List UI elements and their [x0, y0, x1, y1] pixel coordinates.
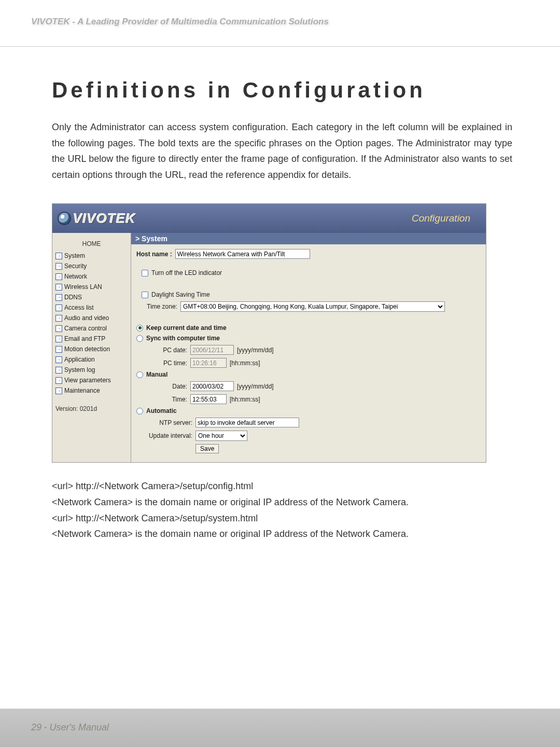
pc-time-input [190, 358, 227, 368]
update-interval-label: Update interval: [146, 433, 192, 439]
dst-label: Daylight Saving Time [151, 291, 210, 298]
sidebar-item-label: Application [64, 356, 95, 363]
version-label: Version: 0201d [52, 396, 131, 425]
logo: VIVOTEK [58, 211, 136, 227]
sidebar-item-camera-control[interactable]: →Camera control [52, 323, 131, 334]
arrow-icon: → [55, 356, 62, 363]
dst-checkbox[interactable] [142, 292, 148, 298]
led-checkbox[interactable] [142, 270, 148, 276]
keep-label: Keep current date and time [146, 324, 227, 331]
sidebar-item-label: Audio and video [64, 314, 109, 322]
page-header: VIVOTEK - A Leading Provider of Multimed… [0, 0, 560, 47]
footer-separator: - [44, 722, 49, 732]
footer-page-number: 29 [31, 722, 41, 732]
arrow-icon: → [55, 377, 62, 384]
sidebar-item-access-list[interactable]: →Access list [52, 302, 131, 313]
app-header: VIVOTEK Configuration [52, 204, 486, 233]
system-form: Host name : Turn off the LED indicator D… [131, 244, 486, 462]
sidebar-item-label: DDNS [64, 294, 82, 301]
sync-label: Sync with computer time [146, 335, 220, 342]
page-footer: 29 - User's Manual [0, 709, 560, 747]
arrow-icon: → [55, 346, 62, 353]
arrow-icon: → [55, 263, 62, 270]
app-body: HOME →System →Security →Network →Wireles… [52, 233, 486, 462]
arrow-icon: → [55, 284, 62, 290]
sidebar-item-view-parameters[interactable]: →View parameters [52, 375, 131, 385]
sidebar-item-label: Network [64, 273, 87, 280]
manual-date-hint: [yyyy/mm/dd] [237, 383, 274, 390]
logo-eye-icon [58, 212, 71, 225]
sidebar-item-ddns[interactable]: →DDNS [52, 292, 131, 302]
arrow-icon: → [55, 315, 62, 322]
pc-date-label: PC date: [146, 347, 187, 354]
auto-label: Automatic [146, 407, 177, 414]
arrow-icon: → [55, 253, 62, 259]
hostname-label: Host name : [136, 251, 172, 258]
sidebar-item-label: Wireless LAN [64, 283, 102, 290]
manual-time-hint: [hh:mm:ss] [230, 396, 260, 403]
sidebar-item-label: Email and FTP [64, 335, 105, 342]
url-line-4: <Network Camera> is the domain name or o… [52, 526, 512, 542]
sidebar-item-motion-detection[interactable]: →Motion detection [52, 344, 131, 354]
pc-time-hint: [hh:mm:ss] [230, 359, 260, 367]
url-line-2: <Network Camera> is the domain name or o… [52, 494, 512, 510]
ntp-input[interactable] [195, 418, 299, 427]
section-title-bar: > System [131, 233, 486, 244]
manual-label: Manual [146, 371, 167, 378]
main-panel: > System Host name : Turn off the LED in… [131, 233, 486, 462]
sidebar-item-network[interactable]: →Network [52, 271, 131, 282]
auto-radio[interactable] [136, 408, 143, 414]
sidebar-item-label: System [64, 252, 85, 259]
sidebar-item-system-log[interactable]: →System log [52, 365, 131, 375]
sidebar-item-security[interactable]: →Security [52, 261, 131, 271]
manual-time-label: Time: [146, 396, 187, 403]
sidebar-item-system[interactable]: →System [52, 251, 131, 261]
manual-date-input[interactable] [190, 381, 234, 391]
intro-paragraph: Only the Administrator can access system… [52, 119, 512, 183]
sidebar-home-link[interactable]: HOME [52, 236, 131, 251]
hostname-input[interactable] [175, 249, 310, 259]
page-title: Definitions in Configuration [52, 78, 512, 103]
footer-label: User's Manual [49, 722, 108, 732]
sidebar-item-application[interactable]: →Application [52, 354, 131, 365]
pc-time-label: PC time: [146, 359, 187, 367]
brand-tagline: VIVOTEK - A Leading Provider of Multimed… [31, 17, 560, 27]
arrow-icon: → [55, 325, 62, 332]
logo-text: VIVOTEK [73, 211, 136, 227]
save-button[interactable]: Save [195, 444, 219, 453]
led-label: Turn off the LED indicator [151, 269, 222, 276]
ntp-label: NTP server: [146, 419, 192, 426]
config-screenshot: VIVOTEK Configuration HOME →System →Secu… [52, 203, 486, 463]
sidebar-item-email-ftp[interactable]: →Email and FTP [52, 334, 131, 344]
sidebar-item-label: Security [64, 262, 87, 270]
sidebar-item-label: Camera control [64, 325, 107, 332]
sidebar: HOME →System →Security →Network →Wireles… [52, 233, 131, 462]
update-interval-select[interactable]: One hour [195, 431, 247, 441]
sidebar-item-wireless-lan[interactable]: →Wireless LAN [52, 282, 131, 292]
sidebar-item-label: Motion detection [64, 345, 110, 353]
arrow-icon: → [55, 388, 62, 394]
manual-time-input[interactable] [190, 394, 227, 404]
arrow-icon: → [55, 305, 62, 311]
sidebar-item-label: System log [64, 366, 95, 374]
url-line-3: <url> http://<Network Camera>/setup/syst… [52, 510, 512, 527]
sidebar-item-maintenance[interactable]: →Maintenance [52, 385, 131, 396]
manual-radio[interactable] [136, 371, 143, 378]
timezone-select[interactable]: GMT+08:00 Beijing, Chongqing, Hong Kong,… [180, 301, 445, 312]
arrow-icon: → [55, 294, 62, 301]
pc-date-input [190, 345, 234, 355]
sidebar-item-audio-video[interactable]: →Audio and video [52, 313, 131, 323]
url-block: <url> http://<Network Camera>/setup/conf… [52, 478, 512, 542]
sidebar-item-label: Maintenance [64, 387, 100, 394]
keep-radio[interactable] [136, 325, 143, 331]
sync-radio[interactable] [136, 335, 143, 342]
sidebar-item-label: Access list [64, 304, 94, 311]
pc-date-hint: [yyyy/mm/dd] [237, 347, 274, 354]
page-content: Definitions in Configuration Only the Ad… [0, 47, 560, 542]
header-config-label: Configuration [412, 213, 470, 224]
url-line-1: <url> http://<Network Camera>/setup/conf… [52, 478, 512, 494]
arrow-icon: → [55, 273, 62, 280]
arrow-icon: → [55, 367, 62, 374]
arrow-icon: → [55, 336, 62, 342]
timezone-label: Time zone: [147, 303, 177, 310]
